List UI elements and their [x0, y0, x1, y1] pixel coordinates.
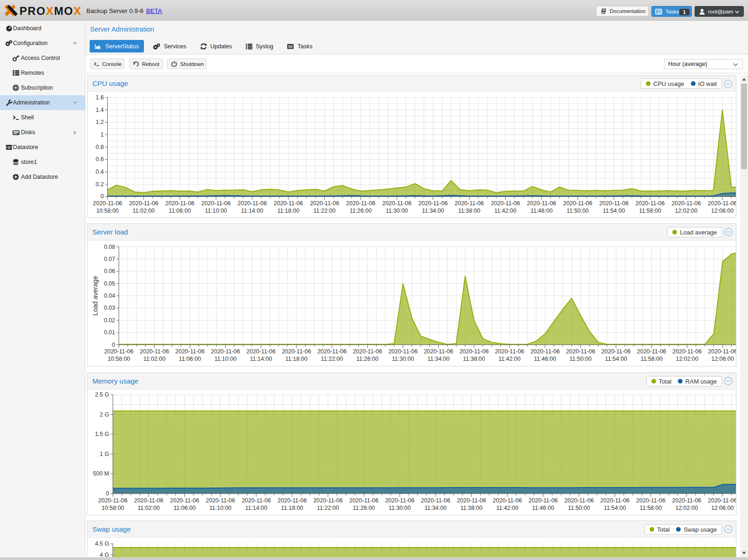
svg-text:2020-11-06: 2020-11-06	[273, 200, 303, 207]
svg-text:11:22:00: 11:22:00	[317, 505, 339, 511]
svg-text:10:58:00: 10:58:00	[108, 356, 130, 362]
svg-text:2020-11-06: 2020-11-06	[600, 497, 630, 504]
svg-text:0.01: 0.01	[104, 329, 115, 336]
svg-text:10:58:00: 10:58:00	[96, 208, 119, 214]
svg-text:11:34:00: 11:34:00	[422, 208, 444, 214]
svg-text:1.6: 1.6	[96, 94, 104, 101]
svg-text:2020-11-06: 2020-11-06	[708, 348, 736, 355]
svg-text:2020-11-06: 2020-11-06	[418, 200, 448, 207]
svg-text:2020-11-06: 2020-11-06	[278, 497, 307, 504]
svg-text:11:58:00: 11:58:00	[640, 356, 663, 362]
svg-text:11:50:00: 11:50:00	[570, 356, 592, 362]
svg-text:2020-11-06: 2020-11-06	[635, 200, 664, 207]
svg-text:11:30:00: 11:30:00	[386, 208, 408, 214]
svg-text:2 G: 2 G	[100, 411, 109, 418]
svg-text:0.02: 0.02	[104, 317, 115, 324]
svg-text:11:34:00: 11:34:00	[428, 356, 450, 362]
svg-text:0: 0	[101, 193, 104, 200]
svg-text:2020-11-06: 2020-11-06	[527, 200, 556, 207]
svg-text:2020-11-06: 2020-11-06	[495, 348, 524, 355]
svg-text:11:14:00: 11:14:00	[241, 208, 263, 214]
svg-text:11:02:00: 11:02:00	[143, 356, 166, 362]
svg-text:2020-11-06: 2020-11-06	[165, 200, 195, 207]
svg-text:0.04: 0.04	[104, 293, 115, 299]
svg-text:12:02:00: 12:02:00	[675, 208, 698, 214]
svg-text:2020-11-06: 2020-11-06	[528, 497, 558, 504]
svg-text:2020-11-06: 2020-11-06	[636, 497, 665, 504]
svg-text:0.03: 0.03	[104, 305, 115, 311]
svg-text:2020-11-06: 2020-11-06	[317, 348, 346, 355]
svg-text:11:50:00: 11:50:00	[568, 505, 590, 511]
svg-text:11:50:00: 11:50:00	[566, 208, 589, 214]
svg-text:10:58:00: 10:58:00	[102, 505, 124, 511]
svg-text:2020-11-06: 2020-11-06	[134, 497, 163, 504]
svg-text:11:46:00: 11:46:00	[532, 505, 554, 511]
svg-text:2020-11-06: 2020-11-06	[421, 497, 450, 504]
svg-text:2020-11-06: 2020-11-06	[672, 497, 701, 504]
svg-text:1.4: 1.4	[96, 107, 104, 113]
svg-text:12:06:00: 12:06:00	[711, 208, 734, 214]
svg-text:11:34:00: 11:34:00	[424, 505, 447, 511]
svg-text:12:02:00: 12:02:00	[676, 356, 698, 362]
svg-text:0.08: 0.08	[104, 244, 115, 250]
svg-text:11:14:00: 11:14:00	[250, 356, 272, 362]
svg-text:11:18:00: 11:18:00	[286, 356, 308, 362]
svg-text:2020-11-06: 2020-11-06	[313, 497, 343, 504]
svg-text:2020-11-06: 2020-11-06	[241, 497, 271, 504]
svg-text:2020-11-06: 2020-11-06	[455, 200, 484, 207]
svg-text:2020-11-06: 2020-11-06	[493, 497, 522, 504]
svg-text:2.5 G: 2.5 G	[95, 391, 109, 398]
svg-text:11:58:00: 11:58:00	[640, 505, 662, 511]
svg-text:2020-11-06: 2020-11-06	[563, 200, 592, 207]
svg-text:11:18:00: 11:18:00	[281, 505, 303, 511]
svg-text:11:06:00: 11:06:00	[174, 505, 196, 511]
svg-text:2020-11-06: 2020-11-06	[246, 348, 275, 355]
svg-text:11:06:00: 11:06:00	[179, 356, 201, 362]
svg-text:0.8: 0.8	[96, 144, 104, 150]
svg-text:2020-11-06: 2020-11-06	[491, 200, 520, 207]
svg-text:0.4: 0.4	[96, 169, 104, 175]
svg-text:2020-11-06: 2020-11-06	[566, 348, 595, 355]
svg-text:2020-11-06: 2020-11-06	[708, 200, 736, 207]
svg-text:0.2: 0.2	[96, 181, 104, 188]
svg-text:2020-11-06: 2020-11-06	[601, 348, 631, 355]
svg-text:0: 0	[106, 490, 109, 497]
svg-text:2020-11-06: 2020-11-06	[353, 348, 382, 355]
svg-text:11:42:00: 11:42:00	[499, 356, 521, 362]
svg-text:0.06: 0.06	[104, 268, 115, 274]
svg-text:2020-11-06: 2020-11-06	[671, 200, 701, 207]
svg-text:11:10:00: 11:10:00	[209, 505, 232, 511]
svg-text:1.5 G: 1.5 G	[95, 431, 109, 437]
svg-text:2020-11-06: 2020-11-06	[140, 348, 169, 355]
svg-text:2020-11-06: 2020-11-06	[565, 497, 594, 504]
svg-text:11:22:00: 11:22:00	[321, 356, 343, 362]
svg-text:12:02:00: 12:02:00	[675, 505, 698, 511]
svg-text:11:42:00: 11:42:00	[496, 505, 519, 511]
svg-text:11:02:00: 11:02:00	[133, 208, 155, 214]
svg-text:2020-11-06: 2020-11-06	[457, 497, 486, 504]
svg-text:0.6: 0.6	[96, 156, 104, 163]
svg-text:11:14:00: 11:14:00	[245, 505, 267, 511]
svg-text:4.5 G: 4.5 G	[95, 540, 109, 547]
svg-text:11:54:00: 11:54:00	[605, 356, 627, 362]
svg-text:2020-11-06: 2020-11-06	[424, 348, 453, 355]
svg-text:2020-11-06: 2020-11-06	[93, 200, 122, 207]
svg-text:11:42:00: 11:42:00	[494, 208, 517, 214]
svg-text:11:30:00: 11:30:00	[392, 356, 414, 362]
svg-text:2020-11-06: 2020-11-06	[672, 348, 702, 355]
svg-text:2020-11-06: 2020-11-06	[202, 200, 231, 207]
svg-text:11:10:00: 11:10:00	[205, 208, 227, 214]
svg-text:2020-11-06: 2020-11-06	[282, 348, 311, 355]
svg-text:2020-11-06: 2020-11-06	[388, 348, 417, 355]
svg-text:2020-11-06: 2020-11-06	[637, 348, 666, 355]
svg-text:11:38:00: 11:38:00	[463, 356, 485, 362]
svg-text:11:26:00: 11:26:00	[353, 505, 375, 511]
svg-text:2020-11-06: 2020-11-06	[175, 348, 204, 355]
svg-text:500 M: 500 M	[93, 470, 109, 477]
svg-text:2020-11-06: 2020-11-06	[170, 497, 199, 504]
svg-text:11:18:00: 11:18:00	[277, 208, 299, 214]
svg-text:2020-11-06: 2020-11-06	[349, 497, 378, 504]
svg-text:11:06:00: 11:06:00	[169, 208, 191, 214]
svg-text:2020-11-06: 2020-11-06	[385, 497, 414, 504]
svg-text:1: 1	[101, 131, 104, 138]
